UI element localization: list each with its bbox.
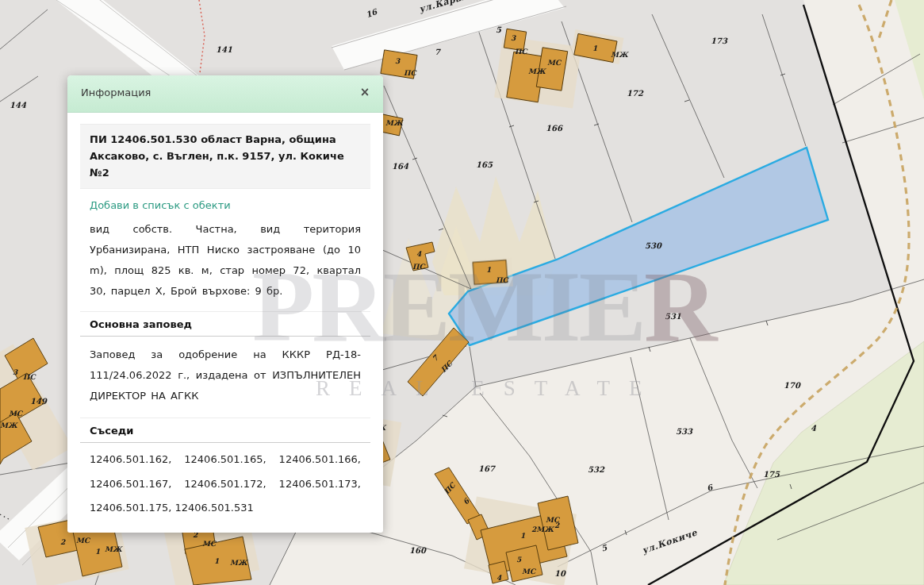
neighbor-id: 12406.501.165, <box>182 452 269 467</box>
building <box>381 50 417 79</box>
close-icon[interactable]: × <box>358 85 372 99</box>
neighbor-id: 12406.501.162, <box>90 452 177 467</box>
info-panel-body: ПИ 12406.501.530 област Варна, община Ак… <box>67 113 383 533</box>
building <box>473 260 508 285</box>
neighbors-list: 12406.501.162,12406.501.165,12406.501.16… <box>90 452 361 515</box>
neighbor-id: 12406.501.175, 12406.501.531 <box>90 501 361 515</box>
panel-title: Информация <box>81 87 151 98</box>
neighbors-section-heading: Съседи <box>80 418 370 443</box>
parcel-attributes: вид собств. Частна, вид територия Урбани… <box>90 219 361 302</box>
parcel-title: ПИ 12406.501.530 област Варна, община Ак… <box>80 124 370 189</box>
order-section-text: Заповед за одобрение на КККР РД-18-111/2… <box>90 344 361 406</box>
neighbor-id: 12406.501.166, <box>274 452 361 467</box>
order-section-heading: Основна заповед <box>80 311 370 337</box>
info-panel-header: Информация × <box>67 75 383 113</box>
neighbor-id: 12406.501.173, <box>274 477 361 491</box>
add-to-list-link[interactable]: Добави в списък с обекти <box>90 199 231 211</box>
building <box>504 29 526 51</box>
neighbor-id: 12406.501.172, <box>182 477 269 491</box>
info-panel: Информация × ПИ 12406.501.530 област Вар… <box>67 75 383 533</box>
cadastre-map-app: { "panel": { "header": "Информация", "cl… <box>0 0 924 585</box>
building <box>489 561 508 583</box>
neighbor-id: 12406.501.167, <box>90 477 177 491</box>
